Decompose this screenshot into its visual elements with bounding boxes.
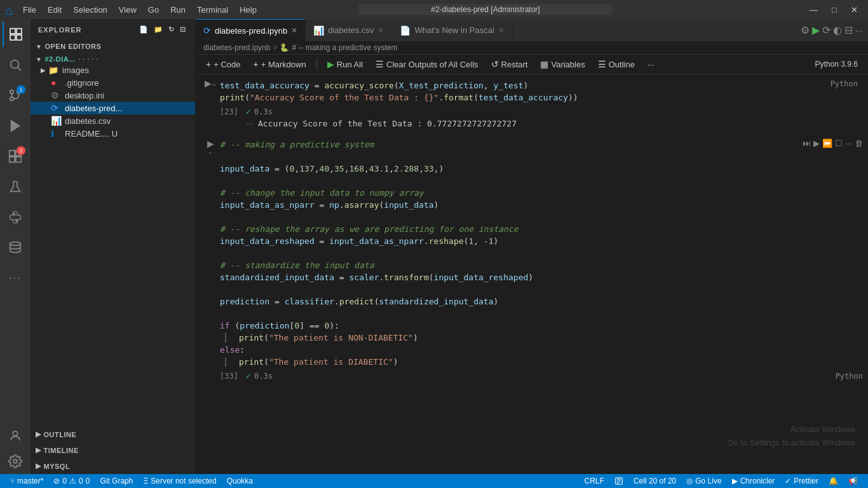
svg-point-18 — [13, 431, 17, 436]
activity-search[interactable] — [3, 52, 28, 78]
file-diabetes-csv[interactable]: 📊 diabetes.csv — [31, 114, 195, 127]
outline-header[interactable]: ▶ OUTLINE — [31, 428, 195, 441]
timeline-header[interactable]: ▶ TIMELINE — [31, 444, 195, 457]
status-cell-info[interactable]: Cell 20 of 20 — [628, 477, 681, 485]
encoding-icon — [614, 477, 623, 485]
status-git-graph[interactable]: Git Graph — [95, 477, 138, 485]
theme-icon[interactable]: ◐ — [833, 24, 842, 36]
status-encoding[interactable] — [609, 477, 628, 485]
mysql-header[interactable]: ▶ MYSQL — [31, 459, 195, 473]
run-below-icon[interactable]: ⏩ — [822, 139, 832, 148]
menu-edit[interactable]: Edit — [43, 4, 67, 16]
add-cell-icon[interactable]: ☐ — [835, 139, 843, 148]
restart-button[interactable]: ↺ Restart — [486, 57, 533, 71]
status-server[interactable]: Ξ Server not selected — [138, 477, 221, 485]
run-all-button[interactable]: ▶ Run All — [322, 57, 368, 71]
cell-33-run-icon[interactable]: ▶ — [207, 139, 214, 149]
code-input-data: input_data = (0,137,40,35,168,43.1,2.288… — [220, 163, 863, 175]
activity-database[interactable] — [3, 235, 28, 261]
sidebar: EXPLORER 📄 📁 ↻ ⊡ ▼ OPEN EDITORS ▼ #2-DIA… — [31, 19, 196, 474]
git-branch-icon: ⑂ — [10, 477, 15, 485]
add-code-button[interactable]: + + Code — [201, 57, 245, 71]
settings-icon[interactable]: ⚙ — [801, 24, 810, 36]
run-cell-icon[interactable]: ▶ — [813, 139, 820, 148]
open-editors-section: ▼ OPEN EDITORS — [31, 40, 195, 53]
tab-diabetes-csv[interactable]: 📊 diabetes.csv ✕ — [306, 19, 392, 41]
run-above-icon[interactable]: ⏭ — [803, 139, 811, 148]
code-else: else: — [220, 344, 863, 356]
status-broadcast[interactable]: 📢 — [843, 477, 863, 485]
tab-diabetes-csv-close[interactable]: ✕ — [377, 26, 384, 35]
menu-terminal[interactable]: Terminal — [192, 4, 233, 16]
workspace-header[interactable]: ▼ #2-DIA... · · · · · — [31, 54, 195, 64]
readme-icon: ℹ — [51, 128, 61, 139]
file-desktop-ini[interactable]: ⚙ desktop.ini — [31, 89, 195, 102]
cell-23-print: print("Accuracy Score of the Test Data :… — [220, 92, 825, 104]
run-all-icon: ▶ — [327, 59, 334, 69]
variables-button[interactable]: ▦ Variables — [535, 57, 590, 71]
status-notification[interactable]: 🔔 — [824, 477, 843, 485]
menu-run[interactable]: Run — [165, 4, 191, 16]
menu-view[interactable]: View — [114, 4, 142, 16]
folder-images[interactable]: ▶ 📁 images — [31, 64, 195, 76]
refresh-icon[interactable]: ↻ — [167, 24, 176, 35]
menu-selection[interactable]: Selection — [68, 4, 112, 16]
tab-diabetes-pred[interactable]: ⟳ diabetes-pred.ipynb ✕ — [196, 19, 306, 41]
tab-pascal[interactable]: 📄 What's New in Pascal ✕ — [392, 19, 512, 41]
run-notebook-icon[interactable]: ▶ — [812, 24, 820, 36]
status-prettier[interactable]: ✓ Prettier — [780, 477, 824, 485]
minimize-button[interactable]: — — [804, 4, 823, 16]
search-bar[interactable] — [358, 4, 613, 15]
breadcrumb-file[interactable]: diabetes-pred.ipynb — [203, 43, 270, 52]
cell-33-code-row: ▶ ⌄ # -- making a predictive system inpu… — [196, 136, 868, 370]
activity-flask[interactable] — [3, 174, 28, 200]
new-folder-icon[interactable]: 📁 — [153, 24, 165, 35]
delete-cell-icon[interactable]: 🗑 — [855, 139, 863, 148]
more-toolbar-button[interactable]: ··· — [642, 58, 660, 71]
activity-accounts[interactable] — [3, 423, 28, 449]
broadcast-icon: 📢 — [848, 477, 858, 485]
activity-ellipsis[interactable]: ··· — [3, 266, 28, 291]
menu-help[interactable]: Help — [234, 4, 262, 16]
breadcrumb-python-icon[interactable]: 🐍 — [280, 43, 289, 52]
cell-23-run-btn[interactable]: ▶ ⌄ — [201, 77, 220, 88]
collapse-all-icon[interactable]: ⊡ — [179, 24, 187, 35]
cell-33-expand-icon[interactable]: ⌄ — [208, 149, 213, 155]
status-branch[interactable]: ⑂ master* — [5, 477, 48, 485]
file-diabetes-pred[interactable]: ⟳ diabetes-pred... — [31, 102, 195, 114]
menu-file[interactable]: File — [18, 4, 41, 16]
status-quokka[interactable]: Quokka — [222, 477, 258, 485]
tab-diabetes-pred-close[interactable]: ✕ — [291, 26, 297, 35]
status-go-live[interactable]: ◎ Go Live — [681, 477, 726, 485]
maximize-button[interactable]: □ — [827, 4, 842, 16]
file-gitignore[interactable]: ● .gitignore — [31, 76, 195, 89]
activity-explorer[interactable] — [3, 22, 28, 47]
open-editors-header[interactable]: ▼ OPEN EDITORS — [31, 41, 195, 51]
outline-button[interactable]: ☰ Outline — [593, 57, 640, 71]
status-chronicler[interactable]: ▶ Chronicler — [727, 477, 780, 485]
error-icon: ⊘ — [53, 477, 60, 485]
tab-pascal-close[interactable]: ✕ — [498, 26, 505, 35]
add-markdown-button[interactable]: + + Markdown — [248, 57, 311, 71]
code-blank-6 — [220, 308, 863, 320]
activity-source-control[interactable]: 1 — [3, 83, 28, 108]
restart-label: Restart — [501, 60, 528, 69]
history-icon[interactable]: ⟳ — [822, 24, 831, 36]
clear-outputs-button[interactable]: ☰ Clear Outputs of All Cells — [370, 57, 484, 71]
menu-go[interactable]: Go — [143, 4, 164, 16]
activity-run-debug[interactable] — [3, 113, 28, 139]
activity-extensions[interactable]: 2 — [3, 144, 28, 169]
more-tabs-icon[interactable]: ··· — [855, 25, 863, 36]
new-file-icon[interactable]: 📄 — [138, 24, 150, 35]
file-readme[interactable]: ℹ README.... U — [31, 127, 195, 140]
cell-more-icon[interactable]: ··· — [845, 139, 852, 148]
close-button[interactable]: ✕ — [846, 4, 863, 16]
activity-settings[interactable] — [3, 449, 28, 474]
activity-python[interactable] — [3, 205, 28, 230]
status-crlf[interactable]: CRLF — [580, 477, 609, 485]
breadcrumb-cell[interactable]: # -- making a predictive system — [292, 43, 397, 52]
split-editor-icon[interactable]: ⊟ — [844, 24, 853, 36]
status-errors[interactable]: ⊘ 0 ⚠ 0 0 — [48, 477, 95, 485]
cell-33-run-btn[interactable]: ▶ ⌄ — [201, 136, 220, 155]
cell-33-toolbar: ⏭ ▶ ⏩ ☐ ··· 🗑 — [803, 139, 863, 148]
